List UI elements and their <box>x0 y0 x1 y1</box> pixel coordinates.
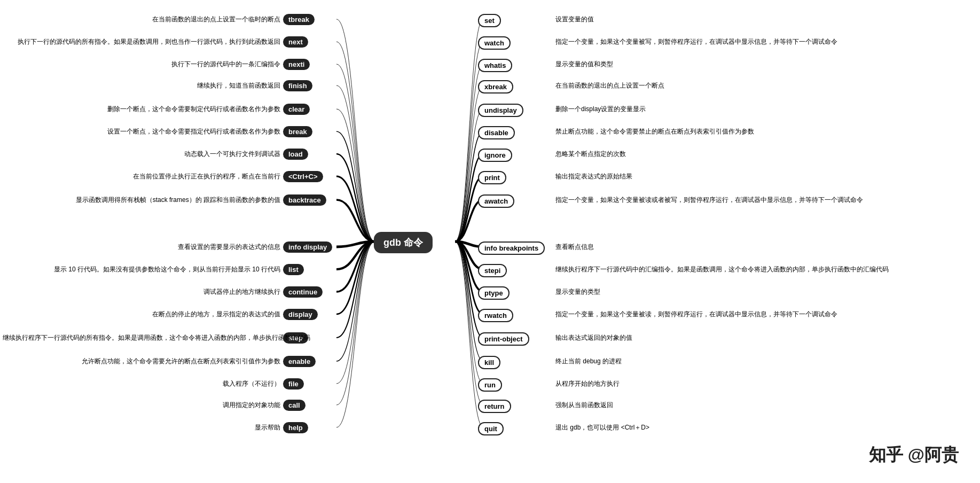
right-node-box-undisplay: undisplay <box>478 104 523 117</box>
right-node-box-print: print <box>478 171 506 184</box>
left-node-desc-enable: 允许断点功能，这个命令需要允许的断点在断点列表索引引值作为参数 <box>3 357 280 366</box>
right-node-desc-xbreak: 在当前函数的退出的点上设置一个断点 <box>555 81 664 90</box>
right-node-box-ignore: ignore <box>478 149 512 162</box>
right-node-box-disable: disable <box>478 126 515 139</box>
right-node-desc-watch: 指定一个变量，如果这个变量被写，则暂停程序运行，在调试器中显示信息，并等待下一个… <box>555 37 837 46</box>
left-node-box-finish: finish <box>283 80 312 91</box>
right-node-desc-info_breakpoints: 查看断点信息 <box>555 243 594 252</box>
right-node-box-xbreak: xbreak <box>478 80 513 94</box>
right-node-box-run: run <box>478 378 502 392</box>
right-node-desc-rwatch: 指定一个变量，如果这个变量被读，则暂停程序运行，在调试器中显示信息，并等待下一个… <box>555 310 837 319</box>
left-node-box-list: list <box>283 264 304 275</box>
right-node-desc-disable: 禁止断点功能，这个命令需要禁止的断点在断点列表索引引值作为参数 <box>555 127 754 136</box>
left-node-desc-call: 调用指定的对象功能 <box>3 401 280 410</box>
right-node-box-ptype: ptype <box>478 286 509 300</box>
right-node-desc-run: 从程序开始的地方执行 <box>555 379 620 388</box>
right-node-box-info_breakpoints: info breakpoints <box>478 242 545 255</box>
right-node-desc-print_object: 输出表达式返回的对象的值 <box>555 333 632 342</box>
left-node-box-continue: continue <box>283 286 323 298</box>
left-node-box-file: file <box>283 378 304 389</box>
left-node-desc-continue: 调试器停止的地方继续执行 <box>3 287 280 297</box>
right-node-desc-ptype: 显示变量的类型 <box>555 287 600 297</box>
left-node-box-tbreak: tbreak <box>283 14 315 25</box>
left-node-desc-next: 执行下一行的源代码的所有指令。如果是函数调用，则也当作一行源代码，执行到此函数返… <box>3 37 280 46</box>
right-node-desc-set: 设置变量的值 <box>555 15 594 24</box>
left-node-box-load: load <box>283 149 308 160</box>
left-node-desc-step: 继续执行程序下一行源代码的所有指令。如果是调用函数，这个命令将进入函数的内部，单… <box>3 333 280 342</box>
left-node-desc-load: 动态载入一个可执行文件到调试器 <box>3 150 280 159</box>
left-node-desc-clear: 删除一个断点，这个命令需要制定代码行或者函数名作为参数 <box>3 105 280 114</box>
left-node-box-ctrlc: <Ctrl+C> <box>283 171 323 182</box>
center-node: gdb 命令 <box>374 232 433 253</box>
left-node-desc-list: 显示 10 行代码。如果没有提供参数给这个命令，则从当前行开始显示 10 行代码 <box>3 265 280 274</box>
left-node-box-help: help <box>283 422 308 433</box>
left-node-desc-nexti: 执行下一行的源代码中的一条汇编指令 <box>3 60 280 69</box>
left-node-desc-tbreak: 在当前函数的退出的点上设置一个临时的断点 <box>3 15 280 24</box>
left-node-desc-file: 载入程序（不运行） <box>3 379 280 388</box>
right-node-box-whatis: whatis <box>478 59 512 72</box>
right-node-desc-return: 强制从当前函数返回 <box>555 401 613 410</box>
right-node-box-print_object: print-object <box>478 332 529 346</box>
left-node-desc-backtrace: 显示函数调用得所有栈帧（stack frames）的 跟踪和当前函数的参数的值 <box>3 196 280 205</box>
right-node-box-set: set <box>478 14 501 27</box>
right-node-desc-quit: 退出 gdb，也可以使用 <Ctrl＋D> <box>555 423 649 432</box>
center-label: gdb 命令 <box>374 232 433 253</box>
right-node-desc-ignore: 忽略某个断点指定的次数 <box>555 150 626 159</box>
right-node-box-return: return <box>478 400 511 413</box>
right-node-box-quit: quit <box>478 422 504 435</box>
right-node-box-rwatch: rwatch <box>478 309 513 322</box>
right-node-desc-print: 输出指定表达式的原始结果 <box>555 172 632 181</box>
left-node-box-nexti: nexti <box>283 59 310 70</box>
left-node-desc-ctrlc: 在当前位置停止执行正在执行的程序，断点在当前行 <box>3 172 280 181</box>
left-node-box-backtrace: backtrace <box>283 194 326 206</box>
right-node-desc-kill: 终止当前 debug 的进程 <box>555 357 622 366</box>
right-node-desc-undisplay: 删除一个display设置的变量显示 <box>555 105 646 114</box>
left-node-box-break: break <box>283 126 312 137</box>
left-node-desc-info_display: 查看设置的需要显示的表达式的信息 <box>3 243 280 252</box>
right-node-desc-awatch: 指定一个变量，如果这个变量被读或者被写，则暂停程序运行，在调试器中显示信息，并等… <box>555 196 863 205</box>
right-node-box-stepi: stepi <box>478 264 507 277</box>
left-node-desc-finish: 继续执行，知道当前函数返回 <box>3 81 280 90</box>
right-node-box-awatch: awatch <box>478 194 514 208</box>
left-node-desc-help: 显示帮助 <box>3 423 280 432</box>
right-node-desc-whatis: 显示变量的值和类型 <box>555 60 613 69</box>
mind-map: gdb 命令 tbreak在当前函数的退出的点上设置一个临时的断点next执行下… <box>0 0 980 483</box>
watermark: 知乎 @阿贵 <box>869 443 959 467</box>
left-node-desc-break: 设置一个断点，这个命令需要指定代码行或者函数名作为参数 <box>3 127 280 136</box>
left-node-box-call: call <box>283 400 305 411</box>
left-node-box-enable: enable <box>283 356 316 367</box>
right-node-desc-stepi: 继续执行程序下一行源代码中的汇编指令。如果是函数调用，这个命令将进入函数的内部，… <box>555 265 876 274</box>
left-node-box-next: next <box>283 36 308 48</box>
right-node-box-kill: kill <box>478 356 500 369</box>
left-node-box-display: display <box>283 309 318 320</box>
left-node-box-info_display: info display <box>283 242 332 253</box>
left-node-box-clear: clear <box>283 104 310 115</box>
left-node-desc-display: 在断点的停止的地方，显示指定的表达式的值 <box>3 310 280 319</box>
right-node-box-watch: watch <box>478 36 511 50</box>
